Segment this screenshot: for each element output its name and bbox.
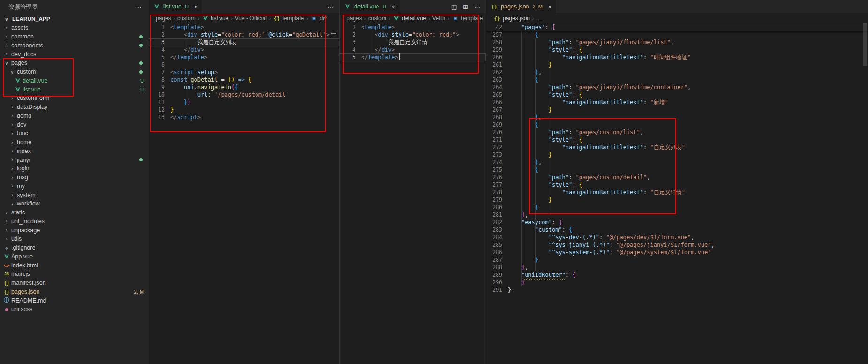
tree-item-custom[interactable]: ∨custom bbox=[0, 68, 149, 76]
code-line[interactable]: 270 "path": "pages/custom/list", bbox=[486, 129, 868, 136]
more-actions-icon[interactable]: ⋯ bbox=[474, 3, 480, 10]
tree-item-unpackage[interactable]: ›unpackage bbox=[0, 226, 149, 235]
code-line[interactable]: 4 </div> bbox=[340, 46, 486, 53]
code-line[interactable]: 287 } bbox=[486, 256, 868, 264]
code-line[interactable]: 4 </div> bbox=[149, 46, 339, 53]
tree-item-msg[interactable]: ›msg bbox=[0, 173, 149, 182]
code-line[interactable]: 5</template> bbox=[340, 53, 486, 61]
tree-item-assets[interactable]: ›assets bbox=[0, 23, 149, 32]
code-line[interactable]: 262 }, bbox=[486, 68, 868, 76]
code-line[interactable]: 280 } bbox=[486, 204, 868, 211]
code-line[interactable]: 279 } bbox=[486, 196, 868, 204]
tab-detail.vue[interactable]: detail.vueU× bbox=[340, 0, 400, 13]
breadcrumb-item[interactable]: pages.json bbox=[503, 15, 530, 22]
code-line[interactable]: 5</template> bbox=[149, 53, 339, 61]
tree-item-pages.json[interactable]: {}pages.json2, M bbox=[0, 288, 149, 296]
code-line[interactable]: 10 url: '/pages/custom/detail' bbox=[149, 91, 339, 99]
code-line[interactable]: 275 { bbox=[486, 166, 868, 174]
code-line[interactable]: 3 我是自定义列表 bbox=[149, 38, 339, 46]
breadcrumb-item[interactable]: list.vue bbox=[211, 15, 228, 22]
breadcrumb-item[interactable]: template bbox=[461, 15, 483, 22]
code-line[interactable]: 2 <div style="color: red;"> bbox=[340, 31, 486, 38]
code-line[interactable]: 9 uni.navigateTo({ bbox=[149, 83, 339, 91]
code-line[interactable]: 274 }, bbox=[486, 159, 868, 166]
code-line[interactable]: 12} bbox=[149, 106, 339, 114]
tree-item-demo[interactable]: ›demo bbox=[0, 112, 149, 121]
code-line[interactable]: 8const goDetail = () => { bbox=[149, 76, 339, 83]
tree-item-login[interactable]: ›login bbox=[0, 164, 149, 173]
code-line[interactable]: 277 "style": { bbox=[486, 181, 868, 189]
code-line[interactable]: 283 "custom": { bbox=[486, 226, 868, 234]
tree-item-dev[interactable]: ›dev bbox=[0, 120, 149, 129]
breadcrumb-item[interactable]: custom bbox=[368, 15, 386, 22]
code-line[interactable]: 3 我是自定义详情 bbox=[340, 38, 486, 46]
breadcrumb-item[interactable]: pages bbox=[347, 15, 362, 22]
code-line[interactable]: 264 "path": "pages/jianyi/flowTime/conta… bbox=[486, 83, 868, 91]
code-line[interactable]: 266 "navigationBarTitleText": "新增" bbox=[486, 99, 868, 106]
code-line[interactable]: 260 "navigationBarTitleText": "时间组件验证" bbox=[486, 53, 868, 61]
breadcrumb-item[interactable]: … bbox=[536, 15, 542, 22]
tree-item-uni_modules[interactable]: ›uni_modules bbox=[0, 217, 149, 226]
tree-item-manifest.json[interactable]: {}manifest.json bbox=[0, 279, 149, 288]
vertical-scrollbar[interactable] bbox=[863, 23, 867, 66]
tree-item-README.md[interactable]: ⓘREADME.md bbox=[0, 296, 149, 305]
code-line[interactable]: 273 } bbox=[486, 151, 868, 159]
code-line[interactable]: 259 "style": { bbox=[486, 46, 868, 53]
code-line[interactable]: 281 ], bbox=[486, 211, 868, 219]
more-actions-icon[interactable]: ⋯ bbox=[135, 3, 142, 11]
tree-item-home[interactable]: ›home bbox=[0, 138, 149, 147]
breadcrumb-item[interactable]: div bbox=[320, 15, 327, 22]
code-line[interactable]: 265 "style": { bbox=[486, 91, 868, 99]
code-line[interactable]: 276 "path": "pages/custom/detail", bbox=[486, 174, 868, 181]
code-line[interactable]: 261 } bbox=[486, 61, 868, 68]
code-line[interactable]: 289 "uniIdRouter": { bbox=[486, 271, 868, 279]
tree-item-.gitignore[interactable]: ◆.gitignore bbox=[0, 243, 149, 252]
tree-item-pages[interactable]: ∨pages bbox=[0, 59, 149, 68]
breadcrumb-item[interactable]: Vetur bbox=[432, 15, 445, 22]
tab-pages.json[interactable]: {}pages.json2, M× bbox=[486, 0, 556, 13]
code-line[interactable]: 6 bbox=[149, 61, 339, 68]
tree-item-uni.scss[interactable]: ●uni.scss bbox=[0, 305, 149, 314]
code-editor[interactable]: 1<template>2 <div style="color: red;">3 … bbox=[340, 23, 486, 61]
tree-item-my[interactable]: ›my bbox=[0, 182, 149, 191]
breadcrumb-item[interactable]: detail.vue bbox=[402, 15, 426, 22]
code-line[interactable]: 285 "^sys-jianyi-(.*)": "@/pages/jianyi/… bbox=[486, 241, 868, 249]
breadcrumb-item[interactable]: template bbox=[282, 15, 304, 22]
close-icon[interactable]: × bbox=[392, 3, 395, 10]
code-line[interactable]: 2 <div style="color: red;" @click="goDet… bbox=[149, 31, 339, 38]
split-editor-icon[interactable]: ◫ bbox=[451, 3, 457, 10]
tree-item-system[interactable]: ›system bbox=[0, 190, 149, 199]
code-line[interactable]: 1<template> bbox=[340, 23, 486, 31]
breadcrumb-item[interactable]: pages bbox=[156, 15, 171, 22]
code-editor[interactable]: 1<template>2 <div style="color: red;" @c… bbox=[149, 23, 339, 121]
breadcrumb-item[interactable]: Vue - Official bbox=[235, 15, 267, 22]
tree-item-jianyi[interactable]: ›jianyi bbox=[0, 155, 149, 164]
code-line[interactable]: 257 { bbox=[486, 31, 868, 38]
tree-item-customForm[interactable]: ›customForm bbox=[0, 94, 149, 103]
code-line[interactable]: 263 { bbox=[486, 76, 868, 83]
tree-item-detail.vue[interactable]: detail.vueU bbox=[0, 76, 149, 85]
code-line[interactable]: 282 "easycom": { bbox=[486, 219, 868, 226]
editor-layout-icon[interactable]: ⊞ bbox=[463, 3, 468, 10]
code-line[interactable]: 267 } bbox=[486, 106, 868, 114]
code-line[interactable]: 278 "navigationBarTitleText": "自定义详情" bbox=[486, 189, 868, 196]
project-root[interactable]: ∨ LEARUN_APP bbox=[0, 14, 149, 23]
sticky-scroll-line[interactable]: 42 "pages": [ bbox=[486, 23, 868, 31]
code-line[interactable]: 258 "path": "pages/jianyi/flowTime/list"… bbox=[486, 38, 868, 46]
tree-item-func[interactable]: ›func bbox=[0, 129, 149, 138]
tree-item-index.html[interactable]: <>index.html bbox=[0, 261, 149, 270]
tree-item-App.vue[interactable]: App.vue bbox=[0, 252, 149, 261]
code-line[interactable]: 286 "^sys-system-(.*)": "@/pages/system/… bbox=[486, 249, 868, 256]
code-line[interactable]: 13</script> bbox=[149, 114, 339, 121]
tree-item-index[interactable]: ›index bbox=[0, 147, 149, 156]
close-icon[interactable]: × bbox=[548, 3, 552, 10]
code-line[interactable]: 269 { bbox=[486, 121, 868, 129]
tree-item-list.vue[interactable]: list.vueU bbox=[0, 85, 149, 94]
tree-item-dataDisplay[interactable]: ›dataDisplay bbox=[0, 103, 149, 112]
code-line[interactable]: 7<script setup> bbox=[149, 68, 339, 76]
breadcrumb-item[interactable]: custom bbox=[177, 15, 196, 22]
tree-item-components[interactable]: ›components bbox=[0, 41, 149, 50]
code-line[interactable]: 1<template> bbox=[149, 23, 339, 31]
tree-item-workflow[interactable]: ›workflow bbox=[0, 199, 149, 208]
code-editor[interactable]: 42 "pages": [257 {258 "path": "pages/jia… bbox=[486, 23, 868, 294]
